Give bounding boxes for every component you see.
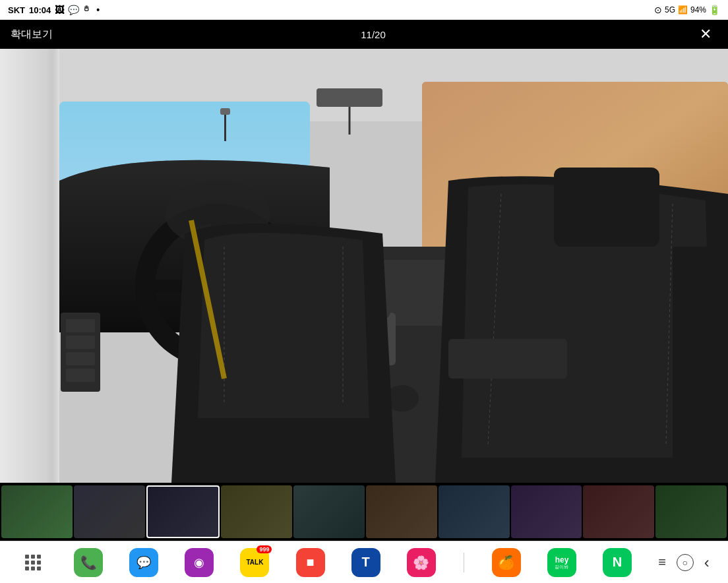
screen-record-icon: ⊙ [654,5,662,15]
thumbnail-5[interactable] [366,485,437,538]
svg-rect-34 [66,336,95,349]
image-counter: 11/20 [361,29,386,40]
messages-app-icon[interactable]: 💬 [129,548,158,577]
orange-app-icon[interactable]: 🍊 [492,548,521,577]
bubble-app-icon[interactable]: ◉ [185,548,214,577]
main-image [0,49,728,483]
thumbnail-8[interactable] [583,485,654,538]
naver-icon: N [613,555,622,570]
svg-rect-29 [554,168,659,247]
battery-label: 94% [690,5,706,15]
svg-rect-36 [66,369,95,382]
bubble-icon: ◉ [194,555,204,570]
dot-icon: • [96,5,100,15]
battery-icon: 🔋 [709,5,720,15]
svg-rect-11 [220,108,230,115]
thumbnail-4[interactable] [293,485,365,538]
home-button[interactable]: ○ [677,554,694,571]
talk-icon: TALK [246,559,263,566]
hey-label: hey [555,556,569,564]
nav-bar: 📞 💬 ◉ 999 TALK ■ T 🌸 🍊 hey 길이봐 N ≡ ○ [0,541,728,583]
grid-icon [25,555,41,570]
orange-icon: 🍊 [498,555,514,570]
thumbnail-7[interactable] [511,485,582,538]
thumbnail-2[interactable] [146,485,220,538]
carrier-label: SKT [8,5,25,15]
svg-rect-35 [66,352,95,365]
flower-app-icon[interactable]: 🌸 [407,548,436,577]
hey-sub-label: 길이봐 [555,565,568,569]
status-icons: ⊙ 5G 📶 94% 🔋 [654,5,720,15]
chat-icon: 💬 [68,5,79,15]
talk-badge: 999 [257,545,272,553]
svg-rect-30 [448,339,567,379]
messages-icon: 💬 [136,555,151,570]
t-icon: T [362,555,370,570]
system-buttons: ≡ ○ ‹ [658,553,710,572]
back-button[interactable]: 확대보기 [11,28,53,42]
flower-icon: 🌸 [413,555,429,570]
thumbnail-1[interactable] [74,485,145,538]
hey-app-icon[interactable]: hey 길이봐 [547,548,576,577]
status-left: SKT 10:04 🖼 💬 ᄒ • [8,5,100,15]
hangul-icon: ᄒ [83,5,92,15]
wifi-icon: 📶 [678,5,688,15]
photo-icon: 🖼 [55,5,64,15]
thumbnail-3[interactable] [221,485,292,538]
status-bar: SKT 10:04 🖼 💬 ᄒ • ⊙ 5G 📶 94% 🔋 [0,0,728,20]
signal-label: 5G [665,5,675,15]
thumbnail-6[interactable] [439,485,510,538]
back-button[interactable]: ‹ [704,553,710,572]
car-interior [0,49,728,483]
square-icon: ■ [306,555,314,570]
svg-rect-33 [66,319,95,332]
t-app-icon[interactable]: T [351,548,380,577]
app-drawer-button[interactable] [18,548,47,577]
close-button[interactable]: ✕ [694,22,717,46]
top-bar: 확대보기 11/20 ✕ [0,20,728,49]
svg-rect-8 [317,88,382,107]
thumbnail-9[interactable] [655,485,727,538]
time-label: 10:04 [29,5,51,15]
thumbnail-strip [0,483,728,541]
square-app-icon[interactable]: ■ [296,548,325,577]
kakaotalk-app-icon[interactable]: 999 TALK [240,548,269,577]
nav-divider [464,553,464,572]
phone-app-icon[interactable]: 📞 [74,548,103,577]
svg-rect-31 [673,247,728,483]
thumbnail-0[interactable] [1,485,73,538]
naver-app-icon[interactable]: N [603,548,632,577]
recent-apps-button[interactable]: ≡ [658,555,666,570]
phone-icon: 📞 [80,555,97,570]
svg-rect-3 [0,49,59,483]
